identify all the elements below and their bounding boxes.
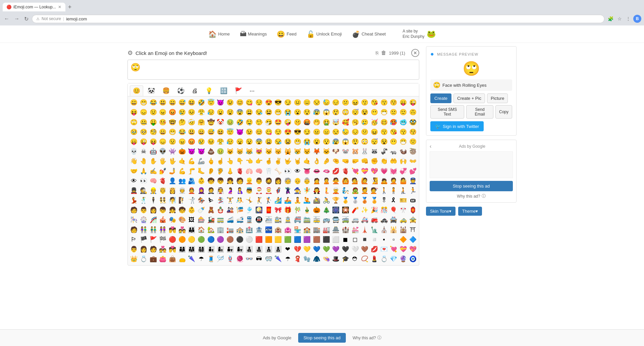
emoji-cell[interactable]: ☂ [197,254,206,264]
emoji-cell[interactable]: 🏩 [283,225,293,235]
emoji-cell[interactable]: 💚 [321,245,331,254]
emoji-cell[interactable]: 😉 [245,127,254,137]
emoji-cell[interactable]: 🎑 [254,205,264,215]
emoji-cell[interactable]: 😥 [206,108,216,117]
close-button[interactable]: ✕ [411,49,419,57]
emoji-cell[interactable]: 🏫 [302,225,312,235]
emoji-cell[interactable]: 😟 [148,108,158,117]
emoji-cell[interactable]: 🦝 [370,147,379,156]
emoji-cell[interactable]: 😪 [254,108,264,117]
emoji-cell[interactable]: 👶 [197,176,206,186]
emoji-cell[interactable]: 💙 [312,245,322,254]
emoji-cell[interactable]: 😁 [139,98,149,108]
emoji-cell[interactable]: 👁 [129,176,139,186]
emoji-cell[interactable]: 🚣 [283,196,293,205]
bottom-stop-seeing-ad-button[interactable]: Stop seeing this ad [298,333,346,343]
emoji-cell[interactable]: 🙃 [408,108,418,117]
emoji-cell[interactable]: 🤗 [197,118,206,127]
emoji-cell[interactable]: 😣 [187,108,197,117]
emoji-cell[interactable]: 👰 [216,186,225,196]
emoji-cell[interactable]: 🕵 [139,186,149,196]
emoji-cell[interactable]: 🚵 [312,196,322,205]
emoji-cell[interactable]: 🗼 [360,225,370,235]
emoji-cell[interactable]: 🤠 [206,118,216,127]
emoji-cell[interactable]: 🤢 [216,147,225,156]
emoji-cell[interactable]: 🔵 [206,235,216,245]
emoji-cell[interactable]: 💏 [168,225,177,235]
emoji-cell[interactable]: 😝 [148,137,158,147]
emoji-cell[interactable]: 🖐 [158,156,168,166]
emoji-cell[interactable]: 🧐 [148,127,158,137]
emoji-cell[interactable]: 🤚 [139,156,149,166]
emoji-cell[interactable]: 👧 [168,205,177,215]
emoji-cell[interactable]: 🤪 [283,118,293,127]
emoji-cell[interactable]: 🤲 [389,156,398,166]
tab-flags[interactable]: 🚩 [232,85,245,96]
emoji-cell[interactable]: 🏨 [273,225,283,235]
emoji-cell[interactable]: 🤙 [177,156,187,166]
emoji-cell[interactable]: 😒 [312,98,322,108]
emoji-cell[interactable]: 😱 [321,108,331,117]
emoji-cell[interactable]: 🤞 [264,156,273,166]
emoji-cell[interactable]: 👩 [148,205,158,215]
emoji-cell[interactable]: 👶 [187,205,197,215]
emoji-cell[interactable]: 🤴 [158,186,168,196]
user-avatar[interactable]: B [633,15,641,23]
emoji-cell[interactable]: 💁 [350,176,360,186]
emoji-cell[interactable]: 🦥 [408,147,418,156]
emoji-cell[interactable]: 🤧 [264,118,273,127]
emoji-cell[interactable]: 🫂 [187,176,197,186]
emoji-cell[interactable]: 😨 [254,137,264,147]
emoji-cell[interactable]: 🧘 [292,196,302,205]
emoji-cell[interactable]: 💄 [370,254,379,264]
emoji-cell[interactable]: 👩‍👦‍👦 [273,245,283,254]
emoji-cell[interactable]: 🤸 [245,196,254,205]
emoji-cell[interactable]: ☂ [283,254,293,264]
emoji-cell[interactable]: 😸 [235,147,245,156]
emoji-cell[interactable]: 🦶 [197,166,206,176]
emoji-cell[interactable]: 💂 [129,186,139,196]
emoji-cell[interactable]: 😏 [302,127,312,137]
emoji-cell[interactable]: 👵 [302,176,312,186]
emoji-cell[interactable]: 🦨 [379,147,389,156]
emoji-cell[interactable]: 🧞 [341,186,351,196]
emoji-cell[interactable]: 😄 [197,127,206,137]
emoji-cell[interactable]: ◻ [350,235,360,245]
emoji-cell[interactable]: 😖 [370,127,379,137]
emoji-cell[interactable]: 🎊 [379,205,389,215]
emoji-cell[interactable]: 👩‍👧‍👦 [254,245,264,254]
emoji-cell[interactable]: 👨‍👧 [225,245,235,254]
emoji-cell[interactable]: 🟠 [177,235,187,245]
emoji-cell[interactable]: 👳 [177,186,187,196]
emoji-cell[interactable]: 😓 [341,127,351,137]
emoji-cell[interactable]: 🧓 [283,176,293,186]
emoji-cell[interactable]: 🥺 [139,127,149,137]
emoji-cell[interactable]: 🎩 [331,254,341,264]
emoji-cell[interactable]: 🟤 [225,235,235,245]
emoji-cell[interactable]: 🎏 [235,205,245,215]
emoji-cell[interactable]: 😎 [292,127,302,137]
emoji-cell[interactable]: 😜 [139,137,149,147]
emoji-cell[interactable]: 👂 [206,166,216,176]
emoji-cell[interactable]: ⛩ [408,225,418,235]
emoji-cell[interactable]: 🤢 [225,118,235,127]
send-sms-button[interactable]: Send SMS Text [430,105,464,119]
emoji-cell[interactable]: 🤛 [350,156,360,166]
emoji-cell[interactable]: 🧗 [177,196,187,205]
emoji-cell[interactable]: 💞 [398,166,408,176]
profile-button[interactable]: ⋮ [625,15,632,22]
emoji-cell[interactable]: 🚍 [331,215,341,225]
emoji-cell[interactable]: 🎎 [225,205,235,215]
emoji-cell[interactable]: 🚓 [379,215,389,225]
emoji-cell[interactable]: 🦻 [216,166,225,176]
emoji-cell[interactable]: 🧔 [264,176,273,186]
emoji-cell[interactable]: 🤡 [216,118,225,127]
emoji-cell[interactable]: 👥 [177,176,187,186]
emoji-cell[interactable]: 😧 [245,137,254,147]
emoji-cell[interactable]: 👁 [292,166,302,176]
emoji-cell[interactable]: 😛 [398,98,408,108]
emoji-cell[interactable]: 🧍 [389,186,398,196]
emoji-cell[interactable]: 👴 [292,176,302,186]
emoji-cell[interactable]: 🎐 [245,205,254,215]
emoji-cell[interactable]: 👨‍👩‍👧 [187,245,197,254]
